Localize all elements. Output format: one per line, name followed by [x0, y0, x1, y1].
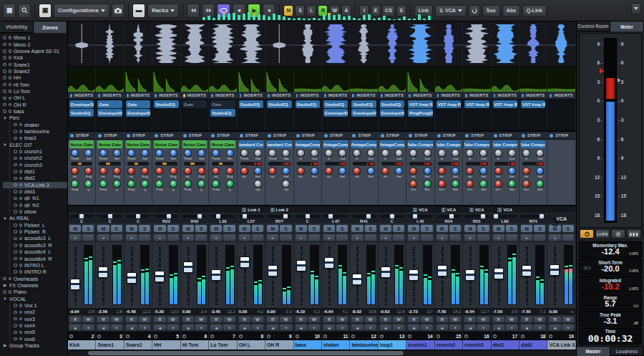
inserts-header[interactable]: INSERTS	[350, 92, 377, 100]
zone-toggle[interactable]	[19, 230, 23, 234]
listen-button[interactable]	[421, 234, 432, 241]
zone-toggle[interactable]	[19, 190, 23, 193]
zone-toggle[interactable]	[19, 197, 23, 201]
channel-name-cell[interactable]: HH	[152, 340, 180, 350]
record-enable-button[interactable]: ●	[195, 324, 207, 330]
out-knob[interactable]	[338, 149, 346, 157]
channel-number-cell[interactable]: 17	[492, 332, 519, 340]
folder-open-icon[interactable]: ▼	[3, 116, 7, 120]
write-automation-button[interactable]: W	[82, 317, 94, 322]
drv-knob[interactable]	[466, 180, 474, 188]
fader-handle[interactable]	[465, 269, 475, 281]
inserts-header[interactable]: INSERTS	[519, 92, 547, 100]
strip-plugin-label[interactable]: Tube Compre	[464, 140, 489, 148]
visibility-toggle[interactable]	[14, 324, 17, 327]
in-knob[interactable]	[297, 149, 305, 157]
freq-knob[interactable]	[99, 180, 107, 188]
rng-knob[interactable]	[113, 167, 121, 175]
strip-header[interactable]: STRIP	[379, 132, 406, 140]
write-automation-button[interactable]: W	[308, 317, 320, 322]
read-automation-button[interactable]: R	[210, 317, 222, 322]
thres-knob[interactable]	[268, 149, 276, 157]
meter-power-button[interactable]	[580, 229, 594, 239]
insert-slot[interactable]: Gate	[182, 100, 207, 108]
rel-knob[interactable]	[536, 167, 544, 175]
mute-button[interactable]: M	[97, 225, 109, 232]
zone-toggle[interactable]	[9, 69, 12, 73]
visibility-toggle[interactable]	[14, 331, 17, 335]
pan-handle[interactable]	[283, 214, 288, 218]
fader-handle[interactable]	[211, 269, 221, 281]
channel-name-cell[interactable]: bass	[294, 340, 322, 350]
rack-state-icon[interactable]	[268, 94, 270, 97]
insert-slot[interactable]: VST Amp Racl	[464, 100, 489, 108]
listen-button[interactable]	[393, 234, 404, 241]
channel-name-cell[interactable]: VCA Link 3	[547, 340, 575, 350]
att-knob[interactable]	[381, 167, 389, 175]
drv-knob[interactable]	[494, 180, 502, 188]
channel-number-cell[interactable]: 4	[125, 332, 152, 340]
record-enable-button[interactable]: ●	[534, 324, 545, 330]
visibility-toggle[interactable]	[14, 203, 17, 207]
fader-db-value[interactable]: -9.54	[464, 309, 474, 314]
pan-handle[interactable]	[481, 214, 485, 218]
monitor-button[interactable]: ◂	[351, 324, 363, 330]
zone-toggle[interactable]	[19, 250, 23, 254]
peak-db-value[interactable]: -14.2	[452, 309, 462, 314]
channel-number-cell[interactable]: 2	[68, 332, 96, 340]
rack-state-icon[interactable]	[155, 134, 158, 138]
peak-db-value[interactable]: -∞	[570, 309, 574, 314]
sidebar-item[interactable]: vox5	[3, 329, 67, 335]
mute-button[interactable]: M	[267, 225, 278, 232]
rack-state-icon[interactable]	[183, 134, 187, 138]
listen-button[interactable]	[167, 234, 179, 241]
write-automation-button[interactable]: W	[421, 317, 432, 322]
record-enable-button[interactable]: ●	[82, 324, 94, 330]
record-enable-button[interactable]: ●	[336, 324, 348, 330]
mute-button[interactable]: M	[436, 225, 448, 232]
sidebar-item[interactable]: dist1	[3, 168, 67, 175]
sidebar-item[interactable]: Overheads	[3, 275, 67, 282]
read-automation-button[interactable]: R	[380, 317, 391, 322]
peak-db-value[interactable]: -12.7	[480, 309, 489, 314]
monitor-button[interactable]: ◂	[97, 324, 109, 330]
rack-state-icon[interactable]	[465, 94, 467, 97]
configurations-toggle[interactable]: ▣	[39, 4, 52, 18]
strip-header[interactable]: STRIP	[209, 132, 236, 140]
pan-handle[interactable]	[243, 214, 247, 218]
visibility-toggle[interactable]	[14, 170, 17, 173]
vca-group-dropdown[interactable]: 3. VCA	[435, 5, 467, 16]
read-automation-button[interactable]: R	[351, 317, 363, 322]
visibility-toggle[interactable]	[14, 197, 17, 201]
read-automation-button[interactable]: R	[408, 317, 419, 322]
zone-toggle[interactable]	[19, 177, 23, 181]
strip-header[interactable]: STRIP	[350, 132, 377, 140]
zone-toggle[interactable]	[19, 203, 23, 207]
read-automation-button[interactable]: R	[323, 317, 335, 322]
out-knob[interactable]	[424, 149, 431, 157]
write-automation-button[interactable]: W	[477, 317, 489, 322]
rack-state-icon[interactable]	[550, 94, 552, 97]
write-automation-button[interactable]: W	[252, 317, 263, 322]
listen-button[interactable]	[223, 234, 235, 241]
q-knob[interactable]	[141, 180, 149, 188]
solo-button[interactable]: S	[223, 225, 235, 232]
fader-db-value[interactable]: 0.90	[182, 309, 191, 314]
strip-plugin-label[interactable]: Noise Gate	[126, 140, 150, 148]
att-knob[interactable]	[353, 167, 361, 175]
rack-state-icon[interactable]	[324, 134, 328, 138]
mute-button[interactable]: M	[351, 225, 363, 232]
write-automation-button[interactable]: W	[195, 317, 207, 322]
freq-knob[interactable]	[127, 180, 135, 188]
out-knob[interactable]	[452, 149, 459, 157]
strip-plugin-label[interactable]: VintageComp	[380, 140, 404, 148]
channel-number-cell[interactable]: 5	[152, 332, 180, 340]
rack-state-icon[interactable]	[211, 134, 215, 138]
pan-handle[interactable]	[216, 214, 220, 218]
rel-knob[interactable]	[113, 149, 121, 157]
mute-button[interactable]: M	[182, 225, 194, 232]
mute-button[interactable]: M	[239, 225, 250, 232]
strip-plugin-label[interactable]: Noise Gate	[210, 140, 235, 148]
solo-button[interactable]: S	[534, 225, 545, 232]
visibility-toggle[interactable]	[14, 257, 17, 261]
